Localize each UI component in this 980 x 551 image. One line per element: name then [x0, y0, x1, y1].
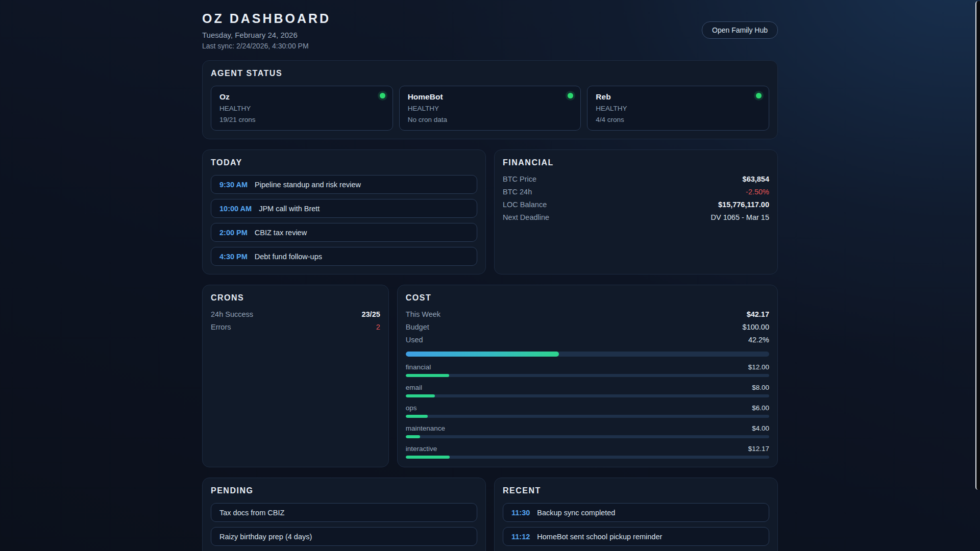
recent-item: 11:30 Backup sync completed: [503, 503, 769, 522]
agent-name: Reb: [596, 92, 761, 102]
cost-category-ops: ops $6.00: [406, 404, 769, 418]
event-time: 2:00 PM: [219, 229, 248, 237]
crons-title: CRONS: [211, 293, 380, 303]
kv-label: Next Deadline: [503, 213, 549, 221]
kv-label: Budget: [406, 323, 429, 331]
category-value: $6.00: [752, 404, 769, 412]
agent-cron-detail: No cron data: [408, 115, 573, 124]
kv-label: BTC Price: [503, 175, 536, 183]
kv-label: Errors: [211, 323, 231, 331]
pending-title: PENDING: [211, 486, 477, 495]
agent-name: Oz: [219, 92, 384, 102]
category-bar-track: [406, 394, 769, 397]
page-title: OZ DASHBOARD: [202, 11, 331, 26]
event-text: Debt fund follow-ups: [255, 253, 322, 261]
category-bar-track: [406, 415, 769, 418]
healthy-status-dot-icon: [380, 93, 385, 98]
kv-value: -2.50%: [746, 188, 769, 196]
kv-value: $42.17: [747, 310, 769, 318]
recent-panel: RECENT 11:30 Backup sync completed 11:12…: [494, 478, 778, 551]
event-text: CBIZ tax review: [255, 229, 307, 237]
today-title: TODAY: [211, 158, 477, 167]
category-label: maintenance: [406, 424, 445, 432]
agent-status-panel: AGENT STATUS Oz HEALTHY 19/21 crons Home…: [202, 60, 778, 139]
category-value: $12.00: [748, 363, 769, 371]
category-bar-track: [406, 435, 769, 438]
kv-value: $15,776,117.00: [718, 201, 769, 209]
kv-label: BTC 24h: [503, 188, 532, 196]
cost-panel: COST This Week $42.17 Budget $100.00 Use…: [397, 285, 778, 467]
financial-row-loc-balance: LOC Balance $15,776,117.00: [503, 201, 769, 209]
category-label: email: [406, 384, 422, 391]
cost-category-email: email $8.00: [406, 384, 769, 397]
crons-row-errors: Errors 2: [211, 323, 380, 331]
header: OZ DASHBOARD Tuesday, February 24, 2026 …: [202, 11, 778, 50]
agent-health-status: HEALTHY: [219, 104, 384, 113]
dashboard-page: OZ DASHBOARD Tuesday, February 24, 2026 …: [202, 0, 778, 551]
event-text: Pipeline standup and risk review: [255, 181, 361, 189]
agent-status-title: AGENT STATUS: [211, 69, 769, 78]
crons-row-success: 24h Success 23/25: [211, 310, 380, 318]
today-financial-row: TODAY 9:30 AM Pipeline standup and risk …: [202, 149, 778, 274]
financial-row-btc-price: BTC Price $63,854: [503, 175, 769, 183]
schedule-item: 4:30 PM Debt fund follow-ups: [211, 247, 477, 266]
kv-value: 42.2%: [748, 336, 769, 344]
kv-value: $100.00: [743, 323, 769, 331]
category-bar-fill: [406, 435, 420, 438]
schedule-item: 2:00 PM CBIZ tax review: [211, 223, 477, 242]
financial-title: FINANCIAL: [503, 158, 769, 167]
category-value: $8.00: [752, 384, 769, 391]
cost-row-used: Used 42.2%: [406, 336, 769, 344]
kv-label: 24h Success: [211, 310, 253, 318]
event-time: 4:30 PM: [219, 253, 248, 261]
event-text: HomeBot sent school pickup reminder: [537, 533, 662, 541]
open-family-hub-button[interactable]: Open Family Hub: [702, 21, 778, 39]
event-text: Backup sync completed: [537, 509, 615, 517]
last-sync-text: Last sync: 2/24/2026, 4:30:00 PM: [202, 42, 331, 50]
category-value: $12.17: [748, 445, 769, 453]
kv-value: 2: [376, 323, 380, 331]
event-time: 11:30: [511, 509, 530, 517]
kv-value: $63,854: [743, 175, 769, 183]
recent-title: RECENT: [503, 486, 769, 495]
pending-item: Raizy birthday prep (4 days): [211, 527, 477, 546]
schedule-item: 10:00 AM JPM call with Brett: [211, 199, 477, 218]
kv-value: 23/25: [361, 310, 380, 318]
cost-category-interactive: interactive $12.17: [406, 445, 769, 459]
today-panel: TODAY 9:30 AM Pipeline standup and risk …: [202, 149, 486, 274]
agent-name: HomeBot: [408, 92, 573, 102]
healthy-status-dot-icon: [568, 93, 573, 98]
financial-row-next-deadline: Next Deadline DV 1065 - Mar 15: [503, 213, 769, 221]
agent-card-reb: Reb HEALTHY 4/4 crons: [587, 86, 769, 131]
event-text: JPM call with Brett: [259, 205, 320, 213]
financial-row-btc-24h: BTC 24h -2.50%: [503, 188, 769, 196]
header-left: OZ DASHBOARD Tuesday, February 24, 2026 …: [202, 11, 331, 50]
category-bar-track: [406, 456, 769, 459]
agent-grid: Oz HEALTHY 19/21 crons HomeBot HEALTHY N…: [211, 86, 769, 131]
category-bar-fill: [406, 394, 435, 397]
pending-item: Tax docs from CBIZ: [211, 503, 477, 522]
crons-panel: CRONS 24h Success 23/25 Errors 2: [202, 285, 389, 467]
category-label: financial: [406, 363, 431, 371]
healthy-status-dot-icon: [756, 93, 762, 98]
agent-cron-detail: 19/21 crons: [219, 115, 384, 124]
cost-row-budget: Budget $100.00: [406, 323, 769, 331]
kv-label: Used: [406, 336, 423, 344]
category-bar-fill: [406, 415, 428, 418]
cost-title: COST: [406, 293, 769, 303]
category-value: $4.00: [752, 424, 769, 432]
event-time: 10:00 AM: [219, 205, 252, 213]
scrollbar-thumb[interactable]: [975, 1, 980, 490]
category-bar-track: [406, 374, 769, 377]
pending-text: Tax docs from CBIZ: [219, 509, 284, 517]
crons-cost-row: CRONS 24h Success 23/25 Errors 2 COST Th…: [202, 285, 778, 467]
event-time: 9:30 AM: [219, 181, 248, 189]
pending-text: Raizy birthday prep (4 days): [219, 533, 312, 541]
agent-card-homebot: HomeBot HEALTHY No cron data: [399, 86, 581, 131]
cost-category-financial: financial $12.00: [406, 363, 769, 377]
pending-panel: PENDING Tax docs from CBIZ Raizy birthda…: [202, 478, 486, 551]
kv-value: DV 1065 - Mar 15: [711, 213, 769, 221]
category-bar-fill: [406, 456, 450, 459]
agent-cron-detail: 4/4 crons: [596, 115, 761, 124]
category-bar-fill: [406, 374, 449, 377]
